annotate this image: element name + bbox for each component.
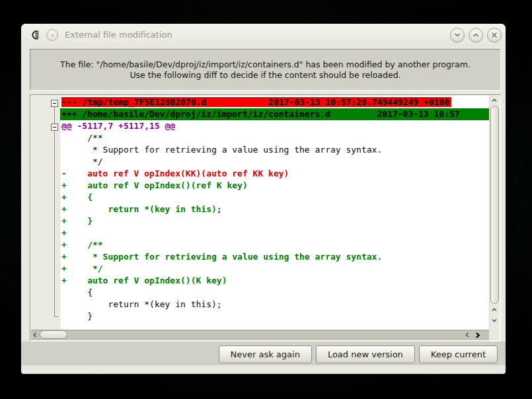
diff-line: + xyxy=(60,227,490,239)
diff-line: return *(key in this); xyxy=(60,299,490,310)
close-button[interactable] xyxy=(487,28,502,42)
scroll-down-icon[interactable] xyxy=(490,316,499,325)
window-title: External file modification xyxy=(65,24,172,46)
window-controls xyxy=(450,28,502,42)
desktop-background: External file modification The file: "/h… xyxy=(0,0,532,399)
diff-line: { xyxy=(60,287,490,299)
diff-line: + auto ref V opIndex()(K key) xyxy=(60,275,490,287)
diff-line: + auto ref V opIndex()(ref K key) xyxy=(60,180,490,192)
titlebar[interactable]: External file modification xyxy=(21,24,506,46)
fold-gutter xyxy=(31,96,60,330)
scroll-right-icon[interactable] xyxy=(473,330,482,340)
window-menu-button[interactable] xyxy=(46,29,58,41)
v-scrollbar[interactable] xyxy=(489,96,500,330)
maximize-button[interactable] xyxy=(469,28,483,42)
message-panel: The file: "/home/basile/Dev/dproj/iz/imp… xyxy=(30,49,501,91)
diff-line: - auto ref V opIndex(KK)(auto ref KK key… xyxy=(60,168,490,180)
diff-line: + { xyxy=(60,192,490,203)
h-scrollbar-thumb[interactable] xyxy=(40,330,67,339)
diff-line: */ xyxy=(60,156,490,168)
fold-collapse-icon[interactable] xyxy=(51,124,58,131)
dialog-window: External file modification The file: "/h… xyxy=(21,24,506,374)
keep-current-button[interactable]: Keep current xyxy=(419,345,498,363)
load-new-version-button[interactable]: Load new version xyxy=(316,345,415,363)
v-scrollbar-thumb[interactable] xyxy=(490,106,499,304)
diff-line: --- /tmp/temp_7F5E128B2870.d 2017-03-13 … xyxy=(60,96,490,108)
diff-line: @@ -5117,7 +5117,15 @@ xyxy=(60,120,490,132)
chevron-up-icon xyxy=(472,31,480,39)
fold-collapse-icon[interactable] xyxy=(51,100,58,107)
scroll-left-secondary-icon[interactable] xyxy=(463,330,472,340)
button-row: Never ask again Load new version Keep cu… xyxy=(219,345,498,363)
scroll-up-icon[interactable] xyxy=(490,96,499,105)
diff-line: + return *(key in this); xyxy=(60,203,490,215)
shade-button[interactable] xyxy=(450,28,465,42)
chevron-down-icon xyxy=(453,31,461,39)
diff-line: +++ /home/basile/Dev/dproj/iz/import/iz/… xyxy=(60,108,490,120)
diff-line: /** xyxy=(60,132,490,144)
scroll-up-secondary-icon[interactable] xyxy=(490,305,499,314)
diff-panel: --- /tmp/temp_7F5E128B2870.d 2017-03-13 … xyxy=(30,94,501,342)
button-strip: Never ask again Load new version Keep cu… xyxy=(21,342,506,365)
message-line-1: The file: "/home/basile/Dev/dproj/iz/imp… xyxy=(60,59,471,69)
app-icon[interactable] xyxy=(30,29,42,41)
never-ask-again-button[interactable]: Never ask again xyxy=(219,345,312,363)
fold-tree-line xyxy=(54,107,55,317)
diff-line: + } xyxy=(60,215,490,227)
fold-tree-end xyxy=(54,316,58,317)
message-line-2: Use the following diff to decide if the … xyxy=(130,70,400,80)
scroll-left-icon[interactable] xyxy=(30,330,40,340)
diff-line: } xyxy=(60,310,490,322)
scrollbar-corner xyxy=(489,330,500,340)
close-icon xyxy=(490,31,498,39)
diff-line: + /** xyxy=(60,239,490,251)
diff-code[interactable]: --- /tmp/temp_7F5E128B2870.d 2017-03-13 … xyxy=(60,96,490,330)
diff-line: * Support for retrieving a value using t… xyxy=(60,144,490,156)
diff-line: + */ xyxy=(60,263,490,275)
h-scrollbar[interactable] xyxy=(31,330,490,340)
diff-line: + * Support for retrieving a value using… xyxy=(60,251,490,263)
